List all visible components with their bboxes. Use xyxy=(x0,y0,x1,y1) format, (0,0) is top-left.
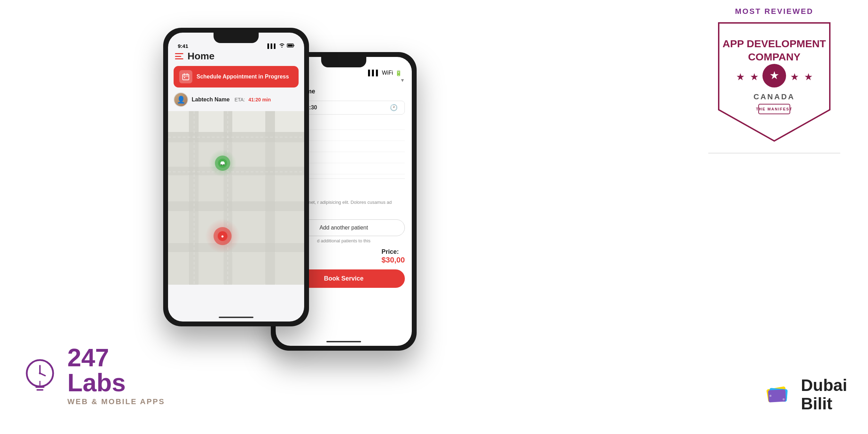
svg-rect-27 xyxy=(168,175,189,201)
svg-point-45 xyxy=(221,164,222,165)
dubai-bilit-section: Dubai Bilit xyxy=(763,376,847,413)
logo-icon xyxy=(21,357,59,395)
svg-rect-9 xyxy=(294,45,294,46)
svg-rect-23 xyxy=(168,142,189,167)
wifi-icon: WiFi xyxy=(382,70,393,76)
svg-text:COMPANY: COMPANY xyxy=(748,51,800,62)
svg-point-62 xyxy=(783,398,785,400)
battery-icon-front xyxy=(287,43,294,49)
price-label: Price: xyxy=(382,248,405,256)
loc-dot: ● xyxy=(214,227,232,245)
shield-svg: APP DEVELOPMENT COMPANY ★ ★ ★ ★ ★ CANADA… xyxy=(715,19,833,144)
svg-point-6 xyxy=(39,372,41,374)
dubai-bilit-text: Dubai Bilit xyxy=(801,376,847,413)
shield-container: APP DEVELOPMENT COMPANY ★ ★ ★ ★ ★ CANADA… xyxy=(715,19,833,146)
badge-divider xyxy=(708,153,840,153)
brand-logo: 247 Labs WEB & MOBILE APPS xyxy=(21,345,165,406)
eta-value: 41:20 min xyxy=(248,97,271,102)
svg-point-46 xyxy=(223,164,224,165)
svg-rect-25 xyxy=(232,142,265,167)
svg-rect-38 xyxy=(275,252,304,285)
schedule-progress-banner[interactable]: Schedule Appointment in Progress xyxy=(174,66,299,87)
front-phone-screen: 9:41 ▌▌▌ Home xyxy=(168,33,304,322)
loc-glow: ● xyxy=(205,219,240,253)
eta-label: ETA: xyxy=(234,97,245,102)
dubai-line2: Bilit xyxy=(801,395,847,413)
labtech-avatar: 👤 xyxy=(174,92,188,107)
svg-text:THE MANIFEST: THE MANIFEST xyxy=(756,107,792,111)
app-header: Home xyxy=(168,48,304,66)
svg-text:★: ★ xyxy=(750,72,759,82)
signal-icon: ▌▌▌ xyxy=(368,70,380,76)
svg-rect-8 xyxy=(288,44,293,47)
most-reviewed-badge: MOST REVIEWED APP DEVELOPMENT COMPANY ★ … xyxy=(701,7,847,160)
status-icons-back: ▌▌▌ WiFi 🔋 xyxy=(368,70,402,76)
svg-rect-28 xyxy=(199,175,224,201)
location-marker: ● xyxy=(205,219,240,253)
clock-icon: 🕐 xyxy=(390,104,398,111)
dropdown-icon: ▼ xyxy=(400,77,405,83)
phone-front: 9:41 ▌▌▌ Home xyxy=(163,28,309,326)
home-indicator-back xyxy=(326,341,361,342)
phones-container: 9:41 ▌▌▌ WiFi 🔋 wp... ▼ 📅 Time xyxy=(146,7,458,406)
svg-rect-26 xyxy=(275,142,304,167)
svg-rect-14 xyxy=(184,77,185,78)
status-time-front: 9:41 xyxy=(178,43,188,49)
status-icons-front: ▌▌▌ xyxy=(267,43,294,49)
svg-point-61 xyxy=(769,395,771,397)
app-home-title: Home xyxy=(187,51,215,62)
calendar-banner-icon xyxy=(179,70,192,83)
svg-rect-44 xyxy=(221,161,224,163)
wifi-icon-front xyxy=(279,43,285,49)
svg-rect-34 xyxy=(275,211,304,243)
location-icon: ● xyxy=(218,231,227,241)
svg-text:★: ★ xyxy=(769,69,779,82)
dubai-line1: Dubai xyxy=(801,376,847,395)
svg-rect-31 xyxy=(168,211,189,243)
labtech-row: 👤 Labtech Name ETA: 41:20 min xyxy=(174,92,299,107)
svg-rect-37 xyxy=(232,252,265,285)
hamburger-menu-icon[interactable] xyxy=(175,53,183,59)
car-glow xyxy=(209,149,236,177)
svg-text:★: ★ xyxy=(790,72,799,82)
map-area: ● xyxy=(168,111,304,285)
signal-icon-front: ▌▌▌ xyxy=(267,43,277,49)
dubai-bilit-icon xyxy=(763,379,794,410)
car-dot xyxy=(215,156,230,171)
svg-text:★: ★ xyxy=(736,72,745,82)
car-icon xyxy=(218,159,227,168)
labtech-name: Labtech Name xyxy=(192,97,229,103)
home-indicator-front xyxy=(219,317,253,318)
map-svg xyxy=(168,111,304,285)
svg-rect-10 xyxy=(183,74,189,80)
svg-rect-29 xyxy=(232,175,265,201)
svg-rect-35 xyxy=(168,252,189,285)
price-group: Price: $30,00 xyxy=(382,248,405,265)
svg-rect-18 xyxy=(168,201,304,211)
battery-icon: 🔋 xyxy=(395,70,402,76)
banner-text: Schedule Appointment in Progress xyxy=(197,74,289,80)
status-bar-front: 9:41 ▌▌▌ xyxy=(168,33,304,48)
svg-text:CANADA: CANADA xyxy=(753,92,795,101)
svg-rect-36 xyxy=(199,252,224,285)
price-value: $30,00 xyxy=(382,256,405,265)
most-reviewed-label: MOST REVIEWED xyxy=(735,7,813,16)
svg-text:APP DEVELOPMENT: APP DEVELOPMENT xyxy=(723,38,826,49)
svg-text:★: ★ xyxy=(804,72,813,82)
car-marker xyxy=(209,149,236,177)
svg-rect-30 xyxy=(275,175,304,201)
